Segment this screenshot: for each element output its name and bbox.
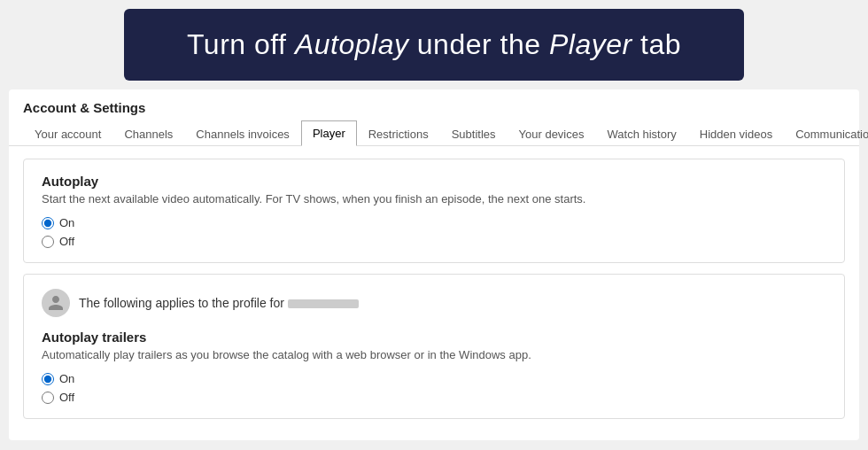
autoplay-off-radio[interactable]	[42, 236, 54, 248]
tab-channels[interactable]: Channels	[112, 121, 184, 146]
settings-title: Account & Settings	[23, 100, 145, 115]
user-icon	[47, 294, 65, 312]
autoplay-on-radio[interactable]	[42, 217, 54, 229]
profile-name-mask	[288, 299, 359, 308]
autoplay-on-option[interactable]: On	[42, 216, 826, 229]
tab-restrictions[interactable]: Restrictions	[357, 121, 440, 146]
profile-avatar	[42, 289, 70, 317]
trailers-off-label: Off	[59, 391, 74, 404]
tab-hidden-videos[interactable]: Hidden videos	[688, 121, 784, 146]
profile-text: The following applies to the profile for	[79, 296, 359, 310]
profile-trailers-section: The following applies to the profile for…	[23, 274, 845, 419]
tab-channels-invoices[interactable]: Channels invoices	[184, 121, 301, 146]
trailers-on-label: On	[59, 372, 74, 385]
autoplay-section: Autoplay Start the next available video …	[23, 159, 845, 263]
tab-subtitles[interactable]: Subtitles	[440, 121, 508, 146]
tab-communications[interactable]: Communications	[784, 121, 868, 146]
tab-player[interactable]: Player	[301, 120, 357, 146]
autoplay-off-label: Off	[59, 235, 74, 248]
autoplay-title: Autoplay	[42, 174, 826, 189]
content-area: Autoplay Start the next available video …	[9, 146, 859, 431]
autoplay-trailers-description: Automatically play trailers as you brows…	[42, 348, 826, 361]
trailers-on-radio[interactable]	[42, 373, 54, 385]
settings-header: Account & Settings	[9, 89, 859, 115]
tab-navigation: Your account Channels Channels invoices …	[9, 115, 859, 146]
trailers-on-option[interactable]: On	[42, 372, 826, 385]
autoplay-off-option[interactable]: Off	[42, 235, 826, 248]
autoplay-radio-group: On Off	[42, 216, 826, 248]
trailers-off-radio[interactable]	[42, 392, 54, 404]
profile-info: The following applies to the profile for	[42, 289, 826, 317]
tab-your-account[interactable]: Your account	[23, 121, 112, 146]
autoplay-description: Start the next available video automatic…	[42, 192, 826, 206]
autoplay-trailers-radio-group: On Off	[42, 372, 826, 404]
autoplay-on-label: On	[59, 216, 74, 229]
tab-your-devices[interactable]: Your devices	[508, 121, 596, 146]
settings-container: Account & Settings Your account Channels…	[9, 89, 859, 440]
tab-watch-history[interactable]: Watch history	[596, 121, 688, 146]
hero-title: Turn off Autoplay under the Player tab	[159, 28, 709, 61]
trailers-off-option[interactable]: Off	[42, 391, 826, 404]
hero-banner: Turn off Autoplay under the Player tab	[124, 9, 744, 81]
profile-text-label: The following applies to the profile for	[79, 296, 284, 310]
autoplay-trailers-title: Autoplay trailers	[42, 330, 826, 345]
